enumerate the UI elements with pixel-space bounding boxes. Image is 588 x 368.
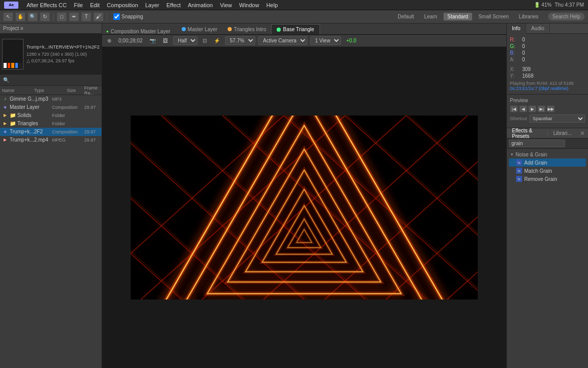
item-icon-folder-2: ▶ (2, 113, 8, 118)
project-item-0[interactable]: ♪ Gimme G...j.mp3 MP3 (0, 95, 102, 103)
project-search-input[interactable] (11, 77, 99, 83)
preview-first-frame[interactable]: |◀ (510, 105, 518, 112)
right-panel: Info Audio R: 0 G: 0 B: 0 A: 0 X: (506, 24, 588, 368)
ws-libraries[interactable]: Libraries (515, 13, 543, 20)
effect-icon-2: fx (516, 176, 522, 182)
menu-file[interactable]: File (71, 1, 86, 9)
ram-info: Playing from RAM: 412 of 5186 (510, 81, 585, 86)
viewer-fast-preview[interactable]: ⚡ (212, 37, 222, 44)
tool-brush[interactable]: 🖌 (93, 12, 104, 21)
tool-zoom[interactable]: 🔍 (28, 12, 38, 21)
tool-hand[interactable]: ✋ (15, 12, 26, 21)
ws-learn[interactable]: Learn (420, 13, 442, 20)
ws-standard[interactable]: Standard (444, 13, 473, 20)
item-name-2: Solids (17, 112, 51, 118)
shortcut-label: Shortcut (510, 116, 527, 121)
effect-add-grain[interactable]: fx Add Grain (509, 158, 586, 167)
menu-right-info: 🔋 41% Thu 4:37 PM (534, 2, 584, 8)
item-type-4: Composition (52, 129, 83, 134)
tool-text[interactable]: T (81, 12, 91, 21)
viewer-camera-select[interactable]: Active Camera (258, 36, 307, 45)
preview-last-frame[interactable]: ▶▶ (547, 105, 555, 112)
effects-presets-tab[interactable]: Effects & Presets (510, 128, 544, 139)
effect-match-grain[interactable]: fx Match Grain (509, 167, 586, 175)
app-logo: Ae (4, 2, 18, 9)
b-value: 0 (522, 50, 525, 56)
menu-view[interactable]: View (217, 1, 235, 9)
effect-name-1: Match Grain (524, 168, 552, 174)
viewer-view-select[interactable]: 1 View (310, 36, 341, 45)
viewer-snapshot[interactable]: 📷 (148, 37, 158, 44)
comp-tab-1[interactable]: Triangles Intro (223, 24, 272, 34)
item-icon-folder-3b: 📁 (10, 121, 16, 126)
menu-after-effects[interactable]: After Effects CC (23, 1, 70, 9)
viewer-time-display[interactable]: 0;00;28;02 (116, 37, 144, 44)
project-item-list: ♪ Gimme G...j.mp3 MP3 ◈ Master Layer Com… (0, 95, 102, 368)
effects-close-btn[interactable]: ✕ (580, 130, 585, 137)
comp-tab-0[interactable]: Master Layer (177, 24, 223, 34)
viewer-controls: ⊕ 0;00;28;02 📷 🖼 Half ⊡ ⚡ 57.7% Active C… (102, 35, 506, 47)
toolbar-sep-2 (107, 13, 107, 21)
tool-select[interactable]: ↖ (3, 12, 13, 21)
tab-dot-1 (228, 27, 232, 31)
effect-name-0: Add Grain (524, 160, 547, 166)
viewer-zoom-select[interactable]: 57.7% (225, 36, 255, 45)
project-item-5[interactable]: ▶ Trump+k...2.mp4 MPEG 29.97 (0, 136, 102, 144)
project-item-3[interactable]: ▶ 📁 Triangles Folder (0, 120, 102, 128)
r-value: 0 (522, 37, 525, 42)
viewer-always-preview[interactable]: ⊕ (105, 37, 113, 44)
snap-checkbox[interactable] (113, 13, 120, 20)
menu-layer[interactable]: Layer (142, 1, 163, 9)
swatch-blue (15, 63, 18, 68)
menu-composition[interactable]: Composition (104, 1, 141, 9)
info-x-row: X: 309 (510, 66, 585, 72)
menu-help[interactable]: Help (263, 1, 281, 9)
swatch-black (19, 63, 22, 68)
menu-edit[interactable]: Edit (87, 1, 103, 9)
shortcut-select[interactable]: Spacebar (529, 114, 585, 123)
shortcut-row: Shortcut Spacebar (510, 114, 585, 123)
preview-play-pause[interactable]: ▶ (528, 105, 536, 112)
viewer-show-snapshot[interactable]: 🖼 (161, 37, 170, 44)
project-item-1[interactable]: ◈ Master Layer Composition 29.97 (0, 103, 102, 111)
search-help-box[interactable]: Search Help (548, 12, 585, 21)
comp-tab-2[interactable]: Base Triangle (271, 24, 320, 34)
effects-search-input[interactable] (509, 140, 565, 147)
ws-default[interactable]: Default (394, 13, 418, 20)
tool-rotate[interactable]: ↻ (40, 12, 50, 21)
project-item-2[interactable]: ▶ 📁 Solids Folder (0, 111, 102, 120)
a-label: A: (510, 57, 520, 62)
tool-pen[interactable]: ✒ (69, 12, 79, 21)
comp-tab-bar: ● Composition Master Layer Master Layer … (102, 24, 506, 35)
effect-remove-grain[interactable]: fx Remove Grain (509, 175, 586, 183)
menu-window[interactable]: Window (236, 1, 262, 9)
viewer-toggle-proxy[interactable]: ⊡ (201, 37, 209, 44)
triangle-canvas (131, 116, 478, 300)
toolbar: ↖ ✋ 🔍 ↻ □ ✒ T 🖌 Snapping Default Learn S… (0, 10, 588, 24)
effects-section: Effects & Presets | Librari... ✕ ▼ Noise… (507, 128, 588, 368)
category-toggle[interactable]: ▼ Noise & Grain (509, 151, 586, 158)
menu-animation[interactable]: Animation (185, 1, 216, 9)
effects-header: Effects & Presets | Librari... ✕ (507, 128, 588, 139)
ws-small-screen[interactable]: Small Screen (474, 13, 512, 20)
info-y-row: Y: 1668 (510, 73, 585, 79)
menu-effect[interactable]: Effect (163, 1, 184, 9)
tool-shape[interactable]: □ (57, 12, 67, 21)
preview-title: Preview (510, 98, 585, 103)
project-item-4[interactable]: ◈ Trump+k...2F2 Composition 29.97 (0, 128, 102, 136)
preview-next-frame[interactable]: ▶| (537, 105, 546, 112)
x-value: 309 (522, 66, 531, 72)
preview-prev-frame[interactable]: ◀ (519, 105, 527, 112)
tab-audio[interactable]: Audio (526, 24, 550, 34)
comp-viewer-name: Composition Master Layer (111, 29, 170, 34)
viewer-exposure[interactable]: +0.0 (344, 37, 358, 44)
snap-toggle[interactable]: Snapping (113, 13, 143, 20)
col-header-size: Size (67, 88, 82, 93)
viewer-quality-select[interactable]: Half (173, 36, 198, 45)
item-type-5: MPEG (52, 137, 83, 143)
item-name-4: Trump+k...2F2 (10, 129, 51, 134)
effects-list: ▼ Noise & Grain fx Add Grain fx Match Gr… (507, 149, 588, 368)
info-b-row: B: 0 (510, 50, 585, 56)
effects-library-tab[interactable]: Librari... (551, 130, 574, 136)
tab-info[interactable]: Info (507, 24, 526, 34)
